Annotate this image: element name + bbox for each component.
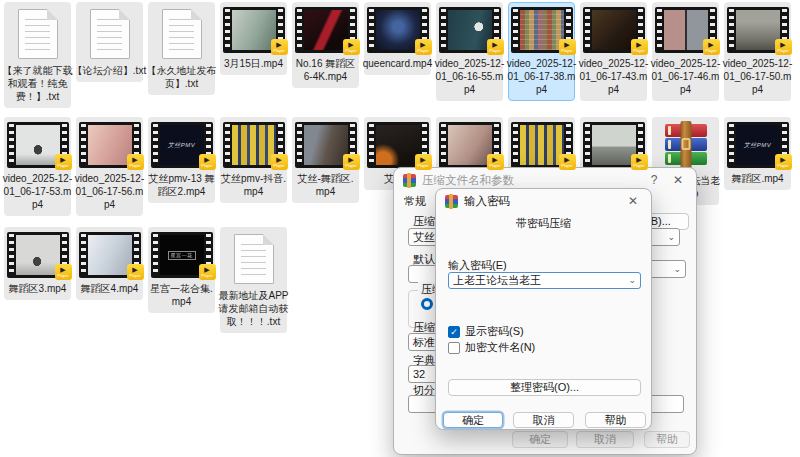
video-frame	[16, 235, 60, 275]
file-tile[interactable]: ▶Playervideo_2025-12- 01_06-17-50.m p4	[724, 2, 791, 101]
checkbox-unchecked-icon	[448, 342, 460, 354]
archive-help-button[interactable]: 帮助	[644, 431, 690, 448]
show-password-checkbox[interactable]: ✓ 显示密码(S)	[448, 324, 524, 339]
file-tile[interactable]: ▶Player艾丝-舞蹈区. mp4	[292, 117, 359, 203]
play-badge-icon: ▶Player	[199, 264, 216, 280]
file-tile[interactable]: 艾丝PMV▶Player艾丝pmv-13 舞 蹈区2.mp4	[148, 117, 215, 203]
video-frame	[376, 125, 420, 165]
password-ok-button[interactable]: 确定	[443, 412, 503, 428]
file-tile[interactable]: ▶PlayerNo.16 舞蹈区 6-4K.mp4	[292, 2, 359, 88]
show-password-label: 显示密码(S)	[465, 324, 524, 339]
password-cancel-button[interactable]: 取消	[513, 412, 574, 428]
encrypt-filenames-checkbox[interactable]: 加密文件名(N)	[448, 340, 535, 355]
file-tile[interactable]: ▶Player舞蹈区3.mp4	[4, 227, 71, 300]
play-icon: ▶	[780, 156, 785, 163]
video-frame	[304, 125, 348, 165]
play-badge-text: Player	[489, 163, 500, 168]
file-row: ▶Player舞蹈区3.mp4▶Player舞蹈区4.mp4星宫一花▶Playe…	[4, 227, 287, 333]
play-badge-icon: ▶Player	[127, 264, 144, 280]
thumbnail-caption: 星宫一花	[168, 251, 196, 260]
file-tile[interactable]: 最新地址及APP 请发邮箱自动获 取！！！.txt	[220, 227, 287, 333]
play-badge-text: Player	[417, 163, 428, 168]
organize-passwords-button[interactable]: 整理密码(O)...	[448, 379, 641, 396]
play-badge-text: Player	[633, 163, 644, 168]
chevron-down-icon: ⌄	[628, 276, 636, 285]
play-badge-icon: ▶Player	[559, 154, 576, 170]
file-tile[interactable]: ▶Playervideo_2025-12- 01_06-16-55.m p4	[436, 2, 503, 101]
video-thumbnail: ▶Player	[295, 122, 357, 168]
play-icon: ▶	[204, 266, 209, 273]
video-frame	[664, 10, 708, 50]
play-badge-text: Player	[201, 163, 212, 168]
close-icon[interactable]: ✕	[669, 173, 687, 187]
file-tile[interactable]: ▶Playervideo_2025-12- 01_06-17-46.m p4	[652, 2, 719, 101]
file-tile[interactable]: ▶Playervideo_2025-12- 01_06-17-38.m p4	[508, 2, 575, 101]
format-radio[interactable]	[421, 298, 433, 310]
file-tile[interactable]: 艾丝PMV▶Player舞蹈区.mp4	[724, 117, 791, 190]
video-frame	[232, 125, 276, 165]
video-frame: 星宫一花	[160, 235, 204, 275]
play-badge-text: Player	[273, 163, 284, 168]
winrar-icon	[403, 174, 416, 187]
password-input[interactable]: 上老王论坛当老王 ⌄	[448, 272, 641, 289]
file-tile[interactable]: 星宫一花▶Player星宫一花合集. mp4	[148, 227, 215, 313]
play-badge-icon: ▶Player	[271, 154, 288, 170]
winrar-archive-icon	[663, 123, 709, 169]
file-tile[interactable]: 【永久地址发布 页】.txt	[148, 2, 215, 95]
video-frame	[520, 10, 564, 50]
play-badge-text: Player	[561, 48, 572, 53]
password-dialog-title: 输入密码	[464, 194, 618, 209]
video-thumbnail: ▶Player	[655, 7, 717, 53]
play-badge-icon: ▶Player	[559, 39, 576, 55]
video-frame	[304, 10, 348, 50]
play-badge-text: Player	[777, 163, 788, 168]
password-help-button[interactable]: 帮助	[585, 412, 646, 428]
file-tile[interactable]: ▶Player艾丝pmv-抖音. mp4	[220, 117, 287, 203]
file-tile[interactable]: ▶Playervideo_2025-12- 01_06-17-43.m p4	[580, 2, 647, 101]
file-tile[interactable]: ▶Playervideo_2025-12- 01_06-17-56.m p4	[76, 117, 143, 216]
video-thumbnail: ▶Player	[583, 122, 645, 168]
video-frame	[520, 125, 564, 165]
play-badge-icon: ▶Player	[487, 154, 504, 170]
method-value: 标准	[413, 335, 435, 350]
play-icon: ▶	[492, 156, 497, 163]
play-badge-icon: ▶Player	[343, 39, 360, 55]
play-badge-text: Player	[57, 163, 68, 168]
play-badge-icon: ▶Player	[775, 154, 792, 170]
play-icon: ▶	[204, 156, 209, 163]
file-tile[interactable]: ▶Player3月15日.mp4	[220, 2, 287, 75]
play-badge-icon: ▶Player	[703, 39, 720, 55]
text-file-icon	[90, 9, 130, 59]
play-badge-icon: ▶Player	[775, 39, 792, 55]
file-tile[interactable]: 【来了就能下载 和观看！纯免 费！】.txt	[4, 2, 71, 108]
play-badge-icon: ▶Player	[487, 39, 504, 55]
play-badge-icon: ▶Player	[631, 39, 648, 55]
video-frame	[448, 10, 492, 50]
play-icon: ▶	[564, 41, 569, 48]
video-thumbnail: ▶Player	[223, 7, 285, 53]
file-label: 最新地址及APP 请发邮箱自动获 取！！！.txt	[212, 289, 296, 328]
play-badge-icon: ▶Player	[415, 39, 432, 55]
play-badge-text: Player	[129, 163, 140, 168]
play-icon: ▶	[60, 156, 65, 163]
file-tile[interactable]: ▶Playervideo_2025-12- 01_06-17-53.m p4	[4, 117, 71, 216]
file-tile[interactable]: ▶Playerqueencard.mp4	[364, 2, 431, 75]
file-tile[interactable]: 【论坛介绍】.txt	[76, 2, 143, 82]
file-tile[interactable]: ▶Player舞蹈区4.mp4	[76, 227, 143, 300]
chevron-down-icon: ⌄	[667, 233, 675, 242]
play-icon: ▶	[636, 156, 641, 163]
video-thumbnail: ▶Player	[223, 122, 285, 168]
help-icon[interactable]: ?	[645, 173, 663, 187]
tab-general[interactable]: 常规	[404, 194, 426, 209]
dictionary-value: 32	[413, 368, 425, 380]
play-badge-icon: ▶Player	[55, 154, 72, 170]
play-badge-icon: ▶Player	[271, 39, 288, 55]
play-icon: ▶	[132, 266, 137, 273]
archive-ok-button[interactable]: 确定	[512, 431, 568, 448]
play-icon: ▶	[420, 156, 425, 163]
archive-cancel-button[interactable]: 取消	[576, 431, 634, 448]
video-thumbnail: ▶Player	[295, 7, 357, 53]
play-badge-icon: ▶Player	[415, 154, 432, 170]
close-icon[interactable]: ✕	[624, 194, 642, 208]
video-frame	[16, 125, 60, 165]
